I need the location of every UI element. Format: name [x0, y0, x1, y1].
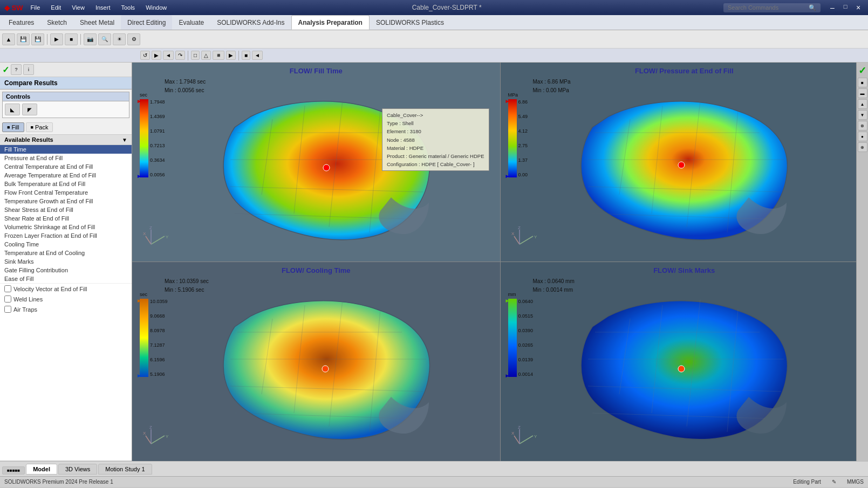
maximize-button[interactable]: □ — [840, 3, 851, 12]
menu-edit[interactable]: Edit — [47, 3, 64, 12]
result-item-pressure[interactable]: Pressure at End of Fill — [0, 154, 132, 162]
tab-analysis-preparation[interactable]: Analysis Preparation — [291, 15, 370, 30]
svg-line-11 — [514, 236, 520, 244]
minimize-button[interactable]: – — [827, 3, 838, 12]
pressure-unit: MPa — [508, 92, 518, 98]
fill-tab[interactable]: ■ Fill — [2, 122, 24, 132]
side-icon-3[interactable]: ▲ — [858, 99, 867, 109]
result-item-shear-rate[interactable]: Shear Rate at End of Fill — [0, 214, 132, 223]
side-icon-4[interactable]: ▼ — [858, 110, 867, 120]
tab-model[interactable]: Model — [26, 464, 57, 475]
window-title: Cable_Cover-SLDPRT * — [412, 4, 482, 11]
tool-btn-8[interactable]: ☀ — [113, 33, 126, 45]
tab-solidworks-addins[interactable]: SOLIDWORKS Add-Ins — [210, 15, 291, 30]
tool-btn-2[interactable]: 💾 — [17, 33, 30, 45]
side-icon-7[interactable]: ⊕ — [858, 142, 867, 152]
result-item-flow-front[interactable]: Flow Front Central Temperature — [0, 188, 132, 197]
search-commands-input[interactable] — [728, 4, 809, 11]
fill-time-scale-arrow-bot: ► — [136, 173, 142, 179]
result-item-temp-cooling[interactable]: Temperature at End of Cooling — [0, 249, 132, 257]
fill-time-scale-arrow-top: ► — [136, 98, 142, 104]
menu-view[interactable]: View — [69, 3, 88, 12]
result-item-shear-stress[interactable]: Shear Stress at End of Fill — [0, 205, 132, 214]
result-item-temp-growth[interactable]: Temperature Growth at End of Fill — [0, 197, 132, 205]
result-item-fill-time[interactable]: Fill Time — [0, 145, 132, 154]
tool-btn-3[interactable]: 💾 — [31, 33, 44, 45]
panel-btn-2[interactable]: i — [23, 64, 34, 75]
viewport-btn-4[interactable]: ↷ — [175, 51, 185, 60]
checkmark-accept[interactable]: ✓ — [858, 65, 866, 77]
velocity-checkbox[interactable] — [4, 285, 11, 292]
result-item-gate-filling[interactable]: Gate Filling Contribution — [0, 266, 132, 274]
viewport-btn-9[interactable]: ■ — [242, 51, 250, 60]
weld-lines-checkbox[interactable] — [4, 295, 11, 303]
result-item-vol-shrinkage[interactable]: Volumetric Shrinkage at End of Fill — [0, 223, 132, 231]
ok-btn[interactable]: ✓ — [2, 65, 9, 75]
viewport-btn-8[interactable]: ▶ — [226, 51, 236, 60]
tab-motion-study[interactable]: Motion Study 1 — [98, 464, 152, 475]
side-icon-2[interactable]: ▬ — [858, 88, 867, 98]
air-traps-checkbox[interactable] — [4, 306, 11, 313]
tool-btn-6[interactable]: 📷 — [84, 33, 97, 45]
svg-point-17 — [322, 366, 329, 372]
tool-btn-7[interactable]: 🔍 — [98, 33, 111, 45]
menu-file[interactable]: File — [28, 3, 44, 12]
tab-solidworks-plastics[interactable]: SOLIDWORKS Plastics — [370, 15, 450, 30]
viewport-btn-1[interactable]: ↺ — [140, 51, 150, 60]
checkbox-air-traps[interactable]: Air Traps — [0, 304, 132, 314]
viewport-btn-10[interactable]: ◄ — [252, 51, 263, 60]
result-item-bulk-temp[interactable]: Bulk Temperature at End of Fill — [0, 180, 132, 188]
sink-marks-axis: Y X Z — [511, 425, 538, 453]
svg-line-27 — [514, 436, 520, 444]
side-icon-6[interactable]: ● — [858, 132, 867, 141]
controls-box: Controls ◣ ◤ — [2, 92, 129, 118]
menu-tools[interactable]: Tools — [118, 3, 138, 12]
pack-tab[interactable]: ■ Pack — [26, 122, 53, 132]
pack-label: Pack — [35, 124, 48, 130]
tab-sketch[interactable]: Sketch — [40, 15, 73, 30]
result-item-avg-temp[interactable]: Average Temperature at End of Fill — [0, 171, 132, 180]
svg-text:Z: Z — [518, 425, 521, 430]
compare-results-header: Compare Results — [0, 77, 132, 90]
tool-btn-1[interactable]: ▲ — [2, 33, 15, 45]
svg-text:Z: Z — [149, 425, 152, 430]
tab-direct-editing[interactable]: Direct Editing — [121, 15, 172, 30]
menu-window[interactable]: Window — [142, 3, 170, 12]
checkbox-velocity[interactable]: Velocity Vector at End of Fill — [0, 283, 132, 294]
tool-btn-4[interactable]: ▶ — [50, 33, 63, 45]
tab-3d-views[interactable]: 3D Views — [58, 464, 97, 475]
tool-btn-9[interactable]: ⚙ — [127, 33, 140, 45]
tab-evaluate[interactable]: Evaluate — [172, 15, 210, 30]
checkbox-weld-lines[interactable]: Weld Lines — [0, 294, 132, 304]
controls-btn-1[interactable]: ◣ — [5, 104, 20, 115]
panel-btn-1[interactable]: ? — [11, 64, 22, 75]
svg-point-9 — [678, 162, 685, 168]
svg-point-1 — [323, 164, 330, 171]
menu-insert[interactable]: Insert — [92, 3, 114, 12]
tab-sheet-metal[interactable]: Sheet Metal — [73, 15, 121, 30]
sink-marks-color-scale — [508, 299, 517, 378]
svg-text:X: X — [511, 431, 515, 436]
viewport-btn-7[interactable]: ◾ — [213, 51, 224, 60]
result-item-frozen-layer[interactable]: Frozen Layer Fraction at End of Fill — [0, 231, 132, 240]
viewport-btn-6[interactable]: △ — [201, 51, 211, 60]
viewport-btn-5[interactable]: □ — [191, 51, 200, 60]
result-item-central-temp[interactable]: Central Temperature at End of Fill — [0, 162, 132, 171]
result-item-ease-fill[interactable]: Ease of Fill — [0, 274, 132, 283]
result-item-sink-marks[interactable]: Sink Marks — [0, 257, 132, 266]
side-icon-5[interactable]: ⊗ — [858, 121, 867, 130]
svg-line-19 — [146, 436, 151, 444]
viewport-btn-2[interactable]: ▶ — [152, 51, 161, 60]
close-button[interactable]: × — [853, 3, 864, 12]
viewport-btn-3[interactable]: ◄ — [163, 51, 174, 60]
fill-time-color-scale — [140, 99, 148, 178]
tool-btn-5[interactable]: ■ — [65, 33, 78, 45]
controls-btn-2[interactable]: ◤ — [22, 104, 37, 115]
collapse-icon[interactable]: ▼ — [122, 137, 127, 143]
svg-line-10 — [520, 236, 533, 244]
svg-line-26 — [520, 436, 533, 444]
side-icon-1[interactable]: ■ — [858, 78, 867, 87]
tab-features[interactable]: Features — [2, 15, 40, 30]
pressure-shape — [544, 90, 797, 251]
result-item-cooling-time[interactable]: Cooling Time — [0, 240, 132, 249]
